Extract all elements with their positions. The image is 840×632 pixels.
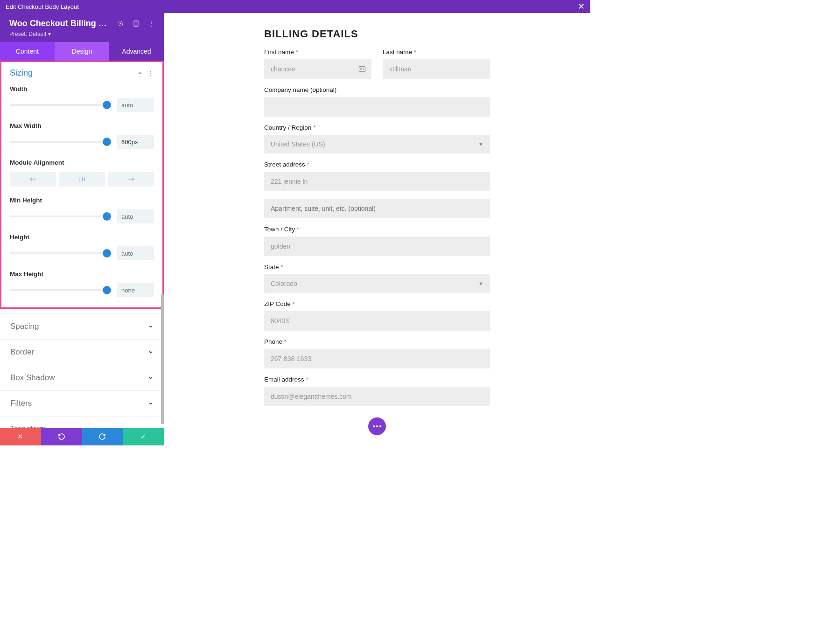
svg-rect-9: [359, 67, 365, 72]
state-select[interactable]: Colorado: [264, 274, 490, 293]
dots-icon: [373, 425, 381, 427]
tab-design[interactable]: Design: [55, 42, 109, 61]
label-text: First name: [264, 49, 294, 56]
required-icon: *: [296, 49, 298, 56]
label-text: Country / Region: [264, 124, 311, 131]
country-label: Country / Region *: [264, 124, 490, 131]
min-height-input[interactable]: [117, 209, 154, 223]
chevron-down-icon: [148, 426, 154, 428]
max-width-label: Max Width: [10, 122, 154, 129]
svg-point-1: [120, 23, 121, 24]
panel-title: Woo Checkout Billing Setti...: [9, 19, 112, 28]
tabs: Content Design Advanced: [0, 42, 164, 61]
required-icon: *: [306, 376, 308, 383]
collapse-icon[interactable]: [137, 70, 143, 76]
close-icon[interactable]: ✕: [578, 1, 585, 12]
width-label: Width: [10, 85, 154, 92]
align-right-button[interactable]: [108, 172, 154, 187]
alignment-label: Module Alignment: [10, 159, 154, 166]
section-title: Border: [10, 347, 34, 357]
panel-header: Woo Checkout Billing Setti... ⋮ Preset: …: [0, 13, 164, 42]
phone-input[interactable]: [264, 349, 490, 368]
width-input[interactable]: [117, 98, 154, 112]
required-icon: *: [280, 264, 283, 271]
more-icon[interactable]: ⋮: [148, 20, 154, 28]
required-icon: *: [297, 226, 299, 233]
zip-label: ZIP Code *: [264, 300, 490, 307]
country-select[interactable]: United States (US): [264, 135, 490, 153]
required-icon: *: [307, 161, 309, 168]
section-title: Transform: [10, 424, 46, 428]
tablet-icon[interactable]: [133, 20, 140, 27]
label-text: State: [264, 264, 279, 271]
section-title-sizing: Sizing: [10, 68, 33, 78]
field-height: Height: [10, 234, 154, 260]
state-label: State *: [264, 264, 490, 271]
cancel-button[interactable]: ✕: [0, 428, 41, 445]
street-input[interactable]: [264, 172, 490, 191]
height-input[interactable]: [117, 246, 154, 260]
height-slider[interactable]: [10, 252, 110, 254]
max-width-input[interactable]: [117, 135, 154, 149]
section-transform[interactable]: Transform: [0, 416, 164, 428]
required-icon: *: [414, 49, 416, 56]
height-label: Height: [10, 234, 154, 241]
street2-input[interactable]: [264, 199, 490, 218]
first-name-label: First name *: [264, 49, 371, 56]
label-text: Street address: [264, 161, 305, 168]
label-text: Town / City: [264, 226, 295, 233]
slider-thumb[interactable]: [103, 101, 111, 109]
section-filters[interactable]: Filters: [0, 390, 164, 416]
last-name-input[interactable]: [383, 59, 490, 79]
undo-button[interactable]: [41, 428, 82, 445]
city-input[interactable]: [264, 236, 490, 256]
first-name-input[interactable]: [264, 59, 371, 79]
chevron-down-icon: ▾: [48, 31, 51, 37]
required-icon: *: [313, 124, 315, 131]
field-min-height: Min Height: [10, 197, 154, 223]
slider-thumb[interactable]: [103, 249, 111, 257]
max-width-slider[interactable]: [10, 141, 110, 143]
section-title: Spacing: [10, 322, 39, 331]
field-max-width: Max Width: [10, 122, 154, 149]
min-height-slider[interactable]: [10, 215, 110, 217]
billing-form: BILLING DETAILS First name * Last name *…: [264, 28, 490, 406]
section-spacing[interactable]: Spacing: [0, 313, 164, 339]
tab-content[interactable]: Content: [0, 42, 55, 61]
align-center-button[interactable]: [59, 172, 105, 187]
slider-thumb[interactable]: [103, 286, 111, 294]
slider-thumb[interactable]: [103, 212, 111, 221]
expand-icon[interactable]: [117, 20, 124, 27]
required-icon: *: [293, 300, 295, 307]
redo-button[interactable]: [82, 428, 123, 445]
required-icon: *: [284, 338, 287, 345]
section-title: Filters: [10, 399, 32, 408]
preset-label: Preset: Default: [9, 31, 46, 37]
align-left-button[interactable]: [10, 172, 56, 187]
save-button[interactable]: ✓: [123, 428, 164, 445]
section-border[interactable]: Border: [0, 339, 164, 365]
preset-selector[interactable]: Preset: Default ▾: [9, 31, 154, 37]
max-height-input[interactable]: [117, 283, 154, 297]
chevron-down-icon: [148, 324, 154, 329]
zip-input[interactable]: [264, 311, 490, 331]
city-label: Town / City *: [264, 226, 490, 233]
section-title: Box Shadow: [10, 373, 55, 382]
chevron-down-icon: [148, 401, 154, 406]
label-text: Email address: [264, 376, 304, 383]
company-input[interactable]: [264, 97, 490, 117]
fab-button[interactable]: [368, 417, 386, 435]
field-max-height: Max Height: [10, 271, 154, 297]
max-height-slider[interactable]: [10, 289, 110, 291]
width-slider[interactable]: [10, 104, 110, 106]
svg-point-10: [360, 68, 362, 69]
section-box-shadow[interactable]: Box Shadow: [0, 365, 164, 390]
section-sizing: Sizing ⋮ Width Max Width: [0, 61, 164, 309]
tab-advanced[interactable]: Advanced: [109, 42, 164, 61]
section-more-icon[interactable]: ⋮: [147, 69, 154, 77]
slider-thumb[interactable]: [103, 138, 111, 146]
street-label: Street address *: [264, 161, 490, 168]
min-height-label: Min Height: [10, 197, 154, 204]
email-input[interactable]: [264, 387, 490, 406]
field-alignment: Module Alignment: [10, 159, 154, 187]
